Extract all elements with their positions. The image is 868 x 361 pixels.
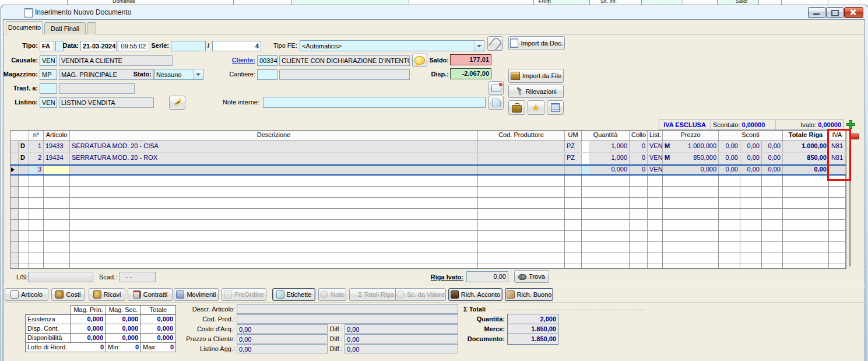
toolbar-button-rich-buono[interactable]: Rich. Buono [505,288,553,301]
cell-articolo[interactable]: 19433 [44,141,70,152]
cell-cod_produttore[interactable] [478,153,565,164]
note-interne-input[interactable] [263,97,486,108]
cell-descrizione[interactable]: SERRATURA MOD. 20 - ROX [70,153,478,164]
grid-empty-row[interactable] [10,198,846,209]
toolbar-button-ricavi[interactable]: Ricavi [89,288,125,301]
cell-collo[interactable]: 0 [630,141,648,152]
listino-code-input[interactable]: VEN [40,97,57,108]
cell-articolo[interactable]: 19434 [44,153,70,164]
cantiere-code-input[interactable] [257,69,277,80]
toolbar-button-contratti[interactable]: Contratti [128,288,173,301]
attach-button[interactable] [487,36,503,51]
grid-empty-row[interactable] [10,253,846,264]
toolbar-button-rich-acconto[interactable]: Rich. Acconto [448,288,502,301]
cell-totale[interactable]: 0,00 [783,166,829,174]
tab-documento[interactable]: Documento [6,21,43,34]
notes-button[interactable] [489,96,504,110]
cell-descrizione[interactable] [70,166,478,174]
cell-collo[interactable]: 0 [630,166,648,174]
cell-um[interactable]: PZ [565,153,582,164]
minimize-button[interactable] [808,7,825,18]
cell-flag[interactable]: D [19,153,29,164]
cell-prezzo[interactable]: M850,000 [663,153,719,164]
cell-list[interactable]: VEN [648,166,663,174]
riga-ivato-link[interactable]: Riga Ivato: [417,274,463,281]
cell-quantita[interactable]: 0,000 [582,166,630,174]
grid-row[interactable]: D119433SERRATURA MOD. 20 - CISAPZ1,0000V… [10,141,846,153]
rilevazioni-button[interactable]: Rilevazioni [508,85,564,98]
grid-empty-row[interactable] [10,242,846,253]
toolbar-button-articolo[interactable]: Articolo [5,288,48,301]
grid-empty-row[interactable] [10,187,846,198]
toolbar-button-costi[interactable]: Costi [51,288,85,301]
cell-sel[interactable] [10,141,19,152]
grid-current-row[interactable]: 30,0000VEN0,0000,000,000,000,00 [10,164,846,176]
grid-row[interactable]: D219434SERRATURA MOD. 20 - ROXPZ1,0000VE… [10,153,846,164]
numero-input[interactable]: 4 [212,41,261,51]
tab-dati-finali[interactable]: Dati Finali [44,22,86,34]
cell-descrizione[interactable]: SERRATURA MOD. 20 - CISA [70,141,478,152]
import-da-file-button[interactable]: Import da File [508,69,564,83]
cell-n[interactable]: 1 [29,141,44,152]
chevron-down-icon[interactable] [193,69,203,79]
cell-quantita[interactable]: 1,000 [582,141,630,152]
cell-cod_produttore[interactable] [478,166,565,174]
cell-flag[interactable] [19,166,29,174]
cell-sc3[interactable]: 0,00 [762,166,783,174]
cell-sc2[interactable]: 0,00 [740,141,762,152]
tipo-fe-select[interactable]: <Automatico> [300,40,484,51]
briefcase-button[interactable] [508,100,525,115]
close-button[interactable] [844,7,863,18]
mail-button[interactable] [489,81,504,95]
cell-sc3[interactable]: 0,00 [762,153,783,164]
cell-list[interactable]: VEN [648,153,663,164]
import-da-doc-button[interactable]: Import da Doc. [508,36,565,50]
cell-sc2[interactable]: 0,00 [740,166,762,174]
grid-empty-row[interactable] [10,264,846,269]
maximize-button[interactable] [826,7,844,18]
tipo-input[interactable]: FA [40,41,54,51]
document-grid[interactable]: n°ArticoloDescrizioneCod. ProduttoreUMQu… [10,130,846,269]
star-button[interactable]: ★ [528,100,544,115]
cell-sel[interactable] [10,153,19,164]
cell-flag[interactable]: D [19,141,29,152]
trasf-code-input[interactable] [40,83,57,94]
cell-n[interactable]: 2 [29,153,44,164]
toolbar-button-movimenti[interactable]: Movimenti [174,288,219,301]
cell-sc1[interactable]: 0,00 [719,166,740,174]
cell-prezzo[interactable]: M1.000,000 [663,141,719,152]
causale-code-input[interactable]: VEN [40,55,57,66]
add-row-button[interactable] [846,120,855,129]
toolbar-button-etichette[interactable]: Etichette [272,288,315,301]
cell-um[interactable] [565,166,582,174]
cell-um[interactable]: PZ [565,141,582,152]
cell-sc2[interactable]: 0,00 [740,153,762,164]
grid-empty-row[interactable] [10,209,846,220]
grid-empty-row[interactable] [10,231,846,242]
grid-empty-row[interactable] [10,176,846,187]
grid-empty-row[interactable] [10,220,846,231]
stato-select[interactable]: Nessuno [154,69,203,80]
cell-cod_produttore[interactable] [478,141,565,152]
cell-sel[interactable] [10,166,19,174]
grid-button[interactable] [547,100,564,115]
data-input[interactable]: 21-03-2024 [80,41,117,51]
cell-totale[interactable]: 1.000,00 [783,141,829,152]
cell-collo[interactable]: 0 [630,153,648,164]
wand-button[interactable] [169,96,185,110]
cliente-code-input[interactable]: 00334 [257,55,277,66]
cell-n[interactable]: 3 [29,166,44,174]
cell-articolo[interactable] [44,166,70,174]
cell-quantita[interactable]: 1,000 [582,153,630,164]
cell-sc1[interactable]: 0,00 [719,153,740,164]
trova-button[interactable]: Trova [514,270,549,283]
chevron-down-icon[interactable] [474,41,484,51]
cell-list[interactable]: VEN [648,141,663,152]
cell-sc1[interactable]: 0,00 [719,141,740,152]
cell-prezzo[interactable]: 0,000 [663,166,719,174]
cell-sc3[interactable]: 0,00 [762,141,783,152]
cliente-link[interactable]: Cliente: [224,57,255,64]
cell-totale[interactable]: 850,00 [783,153,829,164]
time-input[interactable]: 09:55:02 [118,41,149,51]
magazzino-code-input[interactable]: MP [40,69,57,80]
